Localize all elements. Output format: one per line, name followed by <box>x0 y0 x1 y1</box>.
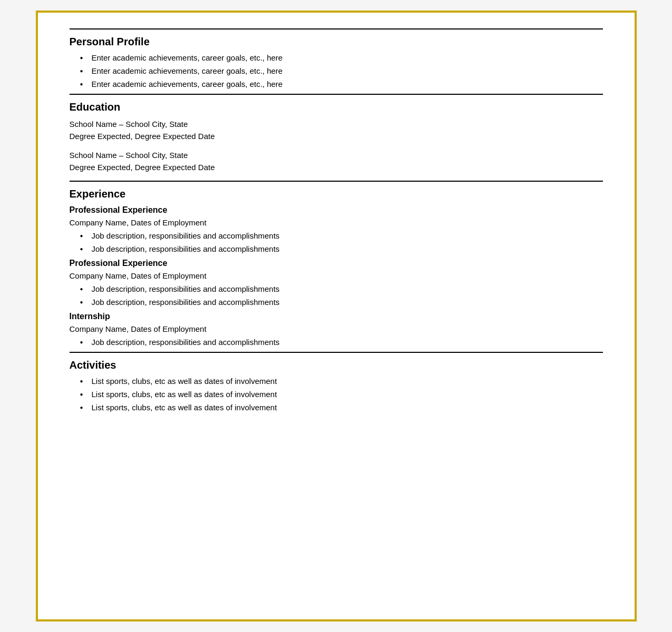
experience-title: Experience <box>70 188 603 200</box>
education-title: Education <box>70 101 603 113</box>
professional-experience-title-2: Professional Experience <box>70 259 603 268</box>
list-item: List sports, clubs, etc as well as dates… <box>80 377 603 386</box>
list-item: Job description, responsibilities and ac… <box>80 338 603 347</box>
divider-experience <box>70 181 603 182</box>
divider-personal-profile <box>70 28 603 29</box>
education-section: Education School Name – School City, Sta… <box>70 94 603 173</box>
company-line-1: Company Name, Dates of Employment <box>70 218 603 227</box>
list-item: List sports, clubs, etc as well as dates… <box>80 390 603 399</box>
list-item: Enter academic achievements, career goal… <box>80 66 603 75</box>
list-item: Job description, responsibilities and ac… <box>80 231 603 240</box>
school-line-1: School Name – School City, State <box>70 118 603 131</box>
divider-education <box>70 94 603 95</box>
experience-block-1: Professional Experience Company Name, Da… <box>70 205 603 253</box>
list-item: Job description, responsibilities and ac… <box>80 298 603 307</box>
school-line-3: School Name – School City, State <box>70 150 603 162</box>
professional-experience-title-1: Professional Experience <box>70 205 603 215</box>
list-item: Enter academic achievements, career goal… <box>80 80 603 88</box>
personal-profile-list: Enter academic achievements, career goal… <box>70 53 603 88</box>
experience-section: Experience Professional Experience Compa… <box>70 181 603 347</box>
school-line-4: Degree Expected, Degree Expected Date <box>70 162 603 174</box>
personal-profile-section: Personal Profile Enter academic achievem… <box>70 28 603 88</box>
list-item: Enter academic achievements, career goal… <box>80 53 603 62</box>
experience-list-2: Job description, responsibilities and ac… <box>70 284 603 307</box>
list-item: Job description, responsibilities and ac… <box>80 244 603 253</box>
activities-title: Activities <box>70 359 603 371</box>
resume-page: Personal Profile Enter academic achievem… <box>36 11 637 621</box>
school-line-2: Degree Expected, Degree Expected Date <box>70 131 603 143</box>
school-entry-2: School Name – School City, State Degree … <box>70 150 603 173</box>
resume-content: Personal Profile Enter academic achievem… <box>38 13 635 438</box>
experience-block-2: Professional Experience Company Name, Da… <box>70 259 603 307</box>
list-item: List sports, clubs, etc as well as dates… <box>80 403 603 412</box>
company-line-3: Company Name, Dates of Employment <box>70 324 603 333</box>
activities-section: Activities List sports, clubs, etc as we… <box>70 352 603 412</box>
internship-title: Internship <box>70 312 603 321</box>
experience-list-1: Job description, responsibilities and ac… <box>70 231 603 253</box>
activities-list: List sports, clubs, etc as well as dates… <box>70 377 603 412</box>
company-line-2: Company Name, Dates of Employment <box>70 271 603 280</box>
personal-profile-title: Personal Profile <box>70 36 603 48</box>
school-entry-1: School Name – School City, State Degree … <box>70 118 603 142</box>
experience-list-3: Job description, responsibilities and ac… <box>70 338 603 347</box>
experience-block-3: Internship Company Name, Dates of Employ… <box>70 312 603 347</box>
list-item: Job description, responsibilities and ac… <box>80 284 603 293</box>
divider-activities <box>70 352 603 353</box>
